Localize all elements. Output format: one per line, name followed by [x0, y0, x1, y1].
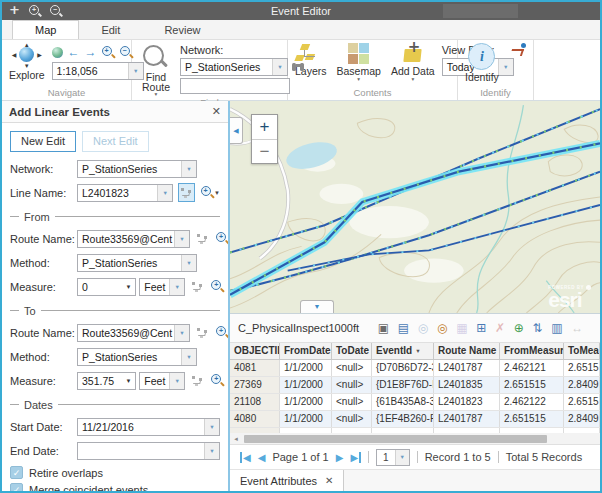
- map-view[interactable]: + − ◀ ▼ POWERED BY esri: [230, 101, 600, 314]
- from-measure-combobox[interactable]: 0 ▼: [77, 278, 136, 296]
- basemap-button[interactable]: Basemap ▾: [334, 43, 384, 82]
- explore-icon: ▲ ▼ ◀ ▶: [12, 43, 42, 68]
- select-from-route-button[interactable]: [195, 229, 210, 248]
- previous-extent-icon[interactable]: ←: [68, 46, 80, 58]
- event-editor-window: Event Editor Map Edit Review ▲ ▼ ◀ ▶: [0, 0, 602, 493]
- map-zoom-out-button[interactable]: −: [252, 139, 277, 163]
- fixed-zoom-out-icon[interactable]: [120, 46, 133, 59]
- table-pager: ◀ ◀ Page 1 of 1 ▶ ▶ 1 ▼ Record 1 to 5 To…: [230, 445, 600, 470]
- to-route-combobox[interactable]: Route33569@Cent ▼: [77, 324, 190, 342]
- new-edit-button[interactable]: New Edit: [10, 131, 76, 152]
- start-date-combobox[interactable]: 11/21/2016 ▼: [77, 418, 220, 436]
- table-view-icon[interactable]: ▤: [398, 322, 409, 334]
- zoom-to-from-measure-icon[interactable]: [211, 280, 220, 293]
- last-page-button[interactable]: ▶: [350, 452, 361, 463]
- append-selection-icon[interactable]: ⊕: [514, 322, 524, 334]
- from-measure-tool-button[interactable]: [190, 277, 205, 296]
- from-route-combobox[interactable]: Route33569@Cent ▼: [77, 230, 190, 248]
- tab-close-icon[interactable]: ✕: [325, 475, 333, 486]
- select-line-on-map-button[interactable]: [178, 183, 194, 202]
- add-data-button[interactable]: Add Data ▾: [388, 43, 438, 82]
- tab-review[interactable]: Review: [142, 21, 222, 39]
- retire-overlaps-checkbox[interactable]: ✓: [10, 466, 23, 479]
- find-route-button[interactable]: Find Route ▾: [136, 43, 176, 97]
- col-routename[interactable]: Route Name: [434, 343, 500, 359]
- next-page-button[interactable]: ▶: [336, 452, 344, 463]
- show-selection-icon[interactable]: ▣: [378, 322, 389, 334]
- map-zoom-control: + −: [251, 114, 278, 164]
- scale-combobox[interactable]: 1:18,056 ▼: [52, 62, 144, 80]
- explore-button[interactable]: ▲ ▼ ◀ ▶ Explore: [6, 43, 48, 81]
- tab-map[interactable]: Map: [12, 20, 79, 39]
- zoom-to-to-measure-icon[interactable]: [211, 374, 220, 387]
- first-page-button[interactable]: ◀: [240, 452, 251, 463]
- tab-edit[interactable]: Edit: [79, 21, 142, 39]
- zoom-in-icon[interactable]: [29, 5, 42, 18]
- col-todate[interactable]: ToDate: [332, 343, 372, 359]
- table-horizontal-scrollbar[interactable]: ◂: [230, 433, 600, 445]
- identify-button[interactable]: i Identify: [462, 43, 502, 83]
- previous-page-button[interactable]: ◀: [258, 452, 266, 463]
- scrollbar-thumb[interactable]: [244, 435, 547, 443]
- next-edit-button: Next Edit: [82, 131, 149, 152]
- network-dropdown-icon[interactable]: ▼: [272, 59, 287, 75]
- zoom-options-dropdown-icon[interactable]: ▼: [214, 190, 220, 196]
- table-row[interactable]: 211081/1/2000<null>{61B435A8-3L24018232.…: [230, 394, 600, 411]
- map-zoom-in-button[interactable]: +: [252, 115, 277, 139]
- table-toolbar: C_PhysicalInspect1000ft ▣ ▤ ◎ ◎ ▦ ⊞ ✗ ⊕ …: [230, 314, 600, 343]
- to-measure-combobox[interactable]: 351.75 ▼: [77, 372, 136, 390]
- collapse-table-button[interactable]: ▼: [300, 300, 334, 313]
- table-row[interactable]: 273691/1/2000<null>{D1E8F76D-FL24018352.…: [230, 377, 600, 394]
- title-bar: Event Editor: [2, 2, 600, 20]
- to-measure-tool-button[interactable]: [190, 371, 205, 390]
- tab-event-attributes[interactable]: Event Attributes ✕: [230, 470, 344, 491]
- line-name-combobox[interactable]: L2401823 ▼: [77, 184, 173, 202]
- layers-icon: [300, 43, 322, 64]
- group-identify: i Identify Identify: [458, 40, 534, 100]
- pan-icon[interactable]: [8, 5, 21, 18]
- col-tomeasure[interactable]: ToMea: [564, 343, 600, 359]
- field-calculator-icon[interactable]: ⊞: [476, 322, 486, 334]
- add-data-icon: [402, 43, 424, 64]
- full-extent-icon[interactable]: [52, 47, 63, 58]
- sort-icon[interactable]: ⇅: [532, 322, 542, 334]
- to-method-combobox[interactable]: P_StationSeries ▼: [77, 348, 197, 366]
- from-method-combobox[interactable]: P_StationSeries ▼: [77, 254, 197, 272]
- merge-coincident-checkbox[interactable]: ✓: [10, 483, 23, 491]
- table-row[interactable]: 40801/1/2000<null>{1EF4B260-FL24017872.6…: [230, 411, 600, 428]
- zoom-to-selection-icon: ◎: [418, 322, 428, 334]
- ribbon-tabs: Map Edit Review: [2, 20, 600, 40]
- collapse-panel-button[interactable]: ◀: [230, 117, 243, 144]
- from-unit-combobox[interactable]: Feet ▼: [139, 278, 185, 296]
- identify-route-location-icon[interactable]: [510, 43, 526, 57]
- group-navigate: ▲ ▼ ◀ ▶ Explore ← →: [2, 40, 132, 100]
- scale-value: 1:18,056: [53, 63, 128, 79]
- col-frommeasure[interactable]: FromMeasure: [500, 343, 564, 359]
- col-eventid[interactable]: EventId▼: [372, 343, 434, 359]
- page-text: Page 1 of 1: [272, 451, 328, 463]
- col-fromdate[interactable]: FromDate: [280, 343, 332, 359]
- end-date-combobox[interactable]: ▼: [77, 442, 220, 460]
- panel-close-icon[interactable]: ✕: [212, 105, 221, 118]
- select-to-route-button[interactable]: [195, 323, 210, 342]
- zoom-out-icon[interactable]: [50, 5, 63, 18]
- find-route-input[interactable]: [180, 78, 290, 94]
- to-unit-combobox[interactable]: Feet ▼: [139, 372, 185, 390]
- table-title: C_PhysicalInspect1000ft: [238, 322, 359, 334]
- table-header-row: OBJECTID FromDate ToDate EventId▼ Route …: [230, 343, 600, 360]
- dates-separator: Dates: [10, 398, 220, 411]
- col-objectid[interactable]: OBJECTID: [230, 343, 280, 359]
- panel-network-combobox[interactable]: P_StationSeries ▼: [77, 160, 197, 178]
- attribute-transfer-icon[interactable]: ▥: [551, 322, 562, 334]
- delete-selected-icon: ✗: [495, 322, 505, 334]
- ribbon: ▲ ▼ ◀ ▶ Explore ← →: [2, 40, 600, 101]
- page-select-combobox[interactable]: 1 ▼: [376, 449, 410, 466]
- fixed-zoom-in-icon[interactable]: [102, 46, 115, 59]
- pan-to-selection-icon[interactable]: ◎: [437, 322, 447, 334]
- zoom-to-line-icon[interactable]: [201, 186, 211, 199]
- map-canvas[interactable]: [230, 101, 600, 313]
- table-row[interactable]: 40811/1/2000<null>{D70B6D72-3L24017872.4…: [230, 360, 600, 377]
- next-extent-icon[interactable]: →: [85, 46, 97, 58]
- network-combobox[interactable]: P_StationSeries ▼: [180, 58, 288, 76]
- scroll-left-icon[interactable]: ◂: [230, 435, 242, 443]
